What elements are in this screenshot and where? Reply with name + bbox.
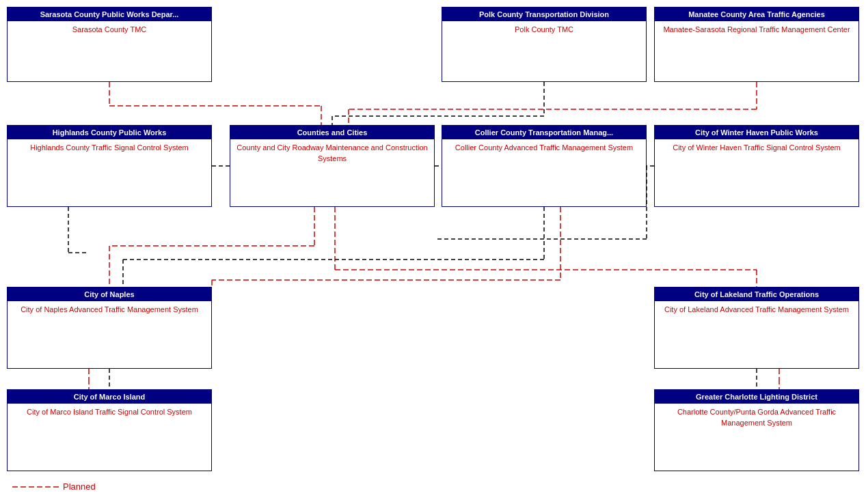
manatee-body: Manatee-Sarasota Regional Traffic Manage… — [655, 21, 858, 38]
sarasota-header: Sarasota County Public Works Depar... — [8, 8, 211, 21]
collier-body: Collier County Advanced Traffic Manageme… — [442, 139, 646, 156]
node-polk: Polk County Transportation Division Polk… — [442, 7, 647, 82]
node-naples: City of Naples City of Naples Advanced T… — [7, 287, 212, 369]
counties-header: Counties and Cities — [230, 126, 434, 139]
charlotte-header: Greater Charlotte Lighting District — [655, 390, 858, 404]
counties-body: County and City Roadway Maintenance and … — [230, 139, 434, 167]
marco-body: City of Marco Island Traffic Signal Cont… — [8, 404, 211, 421]
naples-body: City of Naples Advanced Traffic Manageme… — [8, 301, 211, 318]
node-highlands: Highlands County Public Works Highlands … — [7, 125, 212, 207]
lakeland-body: City of Lakeland Advanced Traffic Manage… — [655, 301, 858, 318]
legend: Planned — [12, 481, 96, 492]
sarasota-body: Sarasota County TMC — [8, 21, 211, 38]
legend-planned: Planned — [12, 481, 96, 492]
node-marco: City of Marco Island City of Marco Islan… — [7, 389, 212, 471]
node-collier: Collier County Transportation Manag... C… — [442, 125, 647, 207]
legend-planned-line-svg — [12, 483, 60, 491]
node-manatee: Manatee County Area Traffic Agencies Man… — [654, 7, 859, 82]
node-charlotte: Greater Charlotte Lighting District Char… — [654, 389, 859, 471]
manatee-header: Manatee County Area Traffic Agencies — [655, 8, 858, 21]
highlands-header: Highlands County Public Works — [8, 126, 211, 139]
marco-header: City of Marco Island — [8, 390, 211, 404]
winterhaven-body: City of Winter Haven Traffic Signal Cont… — [655, 139, 858, 156]
charlotte-body: Charlotte County/Punta Gorda Advanced Tr… — [655, 404, 858, 432]
polk-body: Polk County TMC — [442, 21, 646, 38]
node-winterhaven: City of Winter Haven Public Works City o… — [654, 125, 859, 207]
winterhaven-header: City of Winter Haven Public Works — [655, 126, 858, 139]
polk-header: Polk County Transportation Division — [442, 8, 646, 21]
node-counties: Counties and Cities County and City Road… — [230, 125, 435, 207]
node-sarasota: Sarasota County Public Works Depar... Sa… — [7, 7, 212, 82]
node-lakeland: City of Lakeland Traffic Operations City… — [654, 287, 859, 369]
diagram-container: Sarasota County Public Works Depar... Sa… — [0, 0, 866, 504]
highlands-body: Highlands County Traffic Signal Control … — [8, 139, 211, 156]
collier-header: Collier County Transportation Manag... — [442, 126, 646, 139]
lakeland-header: City of Lakeland Traffic Operations — [655, 288, 858, 301]
naples-header: City of Naples — [8, 288, 211, 301]
legend-planned-label: Planned — [63, 481, 96, 492]
